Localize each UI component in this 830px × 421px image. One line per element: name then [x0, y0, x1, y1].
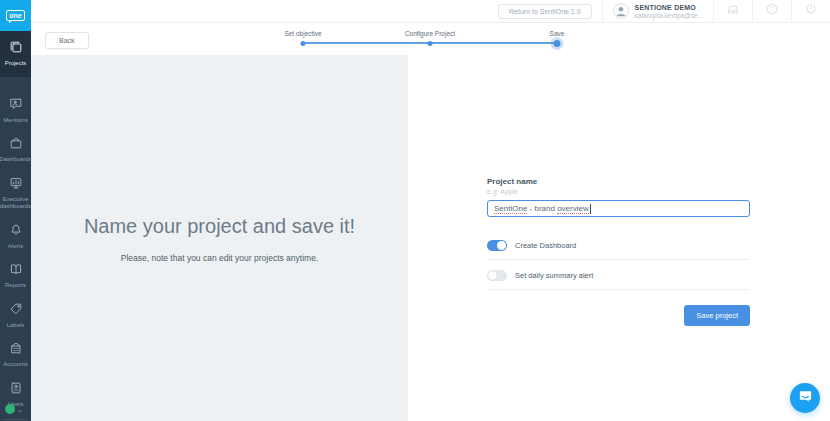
- inbox-icon: [726, 2, 740, 20]
- step-configure-project[interactable]: Configure Project: [405, 30, 455, 37]
- app-window: one Projects Mentions Dashboards Executi…: [0, 0, 830, 421]
- save-row: Save project: [487, 304, 750, 326]
- power-icon: [804, 2, 818, 20]
- topbar: Return to SentiOne 1.0 SENTIONE DEMO kat…: [31, 0, 830, 23]
- alerts-icon: [9, 223, 23, 241]
- sidebar-item-label: Mentions: [3, 117, 27, 125]
- step-dot[interactable]: [428, 41, 433, 46]
- text-cursor: [590, 204, 591, 214]
- back-button[interactable]: Back: [45, 32, 89, 49]
- step-set-objective[interactable]: Set objective: [284, 30, 321, 37]
- sidebar-item-label: Labels: [7, 322, 25, 330]
- sidebar-item-label: Accounts: [3, 361, 28, 369]
- users-icon: [9, 381, 23, 399]
- svg-text:?: ?: [770, 5, 774, 12]
- sidebar-item-label: Reports: [5, 282, 26, 290]
- toggle-knob: [497, 241, 506, 250]
- executive-dashboards-icon: [9, 176, 23, 194]
- instruction-panel: Name your project and save it! Please, n…: [31, 55, 408, 421]
- logo-bubble: one: [6, 10, 24, 21]
- inbox-button[interactable]: [714, 0, 752, 23]
- create-dashboard-toggle-row[interactable]: Create Dashboard: [487, 235, 750, 260]
- input-text-word: SentiOne: [494, 204, 527, 214]
- main-content: Name your project and save it! Please, n…: [31, 55, 830, 421]
- step-save[interactable]: Save: [550, 30, 565, 37]
- sidebar-item-reports[interactable]: Reports: [0, 257, 31, 295]
- project-name-input[interactable]: SentiOne - brand overview: [487, 200, 750, 217]
- toggle-list: Create Dashboard Set daily summary alert: [487, 235, 750, 290]
- sidebar-item-dashboards[interactable]: Dashboards: [0, 131, 31, 169]
- return-to-sentione-button[interactable]: Return to SentiOne 1.0: [498, 4, 592, 19]
- presence-status-menu[interactable]: ⌄: [5, 404, 23, 414]
- labels-icon: [9, 302, 23, 320]
- help-icon: ?: [765, 2, 779, 20]
- logout-button[interactable]: [792, 0, 830, 23]
- sidebar-item-projects[interactable]: Projects: [0, 31, 31, 77]
- user-name: SENTIONE DEMO: [635, 4, 703, 11]
- sidebar-item-label: Projects: [5, 60, 27, 68]
- input-text-word: overview: [557, 204, 589, 214]
- mentions-icon: [9, 97, 23, 115]
- step-dot-current[interactable]: [554, 40, 561, 47]
- save-project-button[interactable]: Save project: [684, 305, 750, 326]
- daily-summary-toggle[interactable]: [487, 270, 507, 281]
- project-form: Project name e.g. Apple SentiOne - brand…: [487, 177, 750, 326]
- page-subtitle: Please, note that you can edit your proj…: [31, 253, 408, 263]
- sidebar-item-labels[interactable]: Labels: [0, 297, 31, 335]
- page-title: Name your project and save it!: [31, 215, 408, 238]
- chat-widget-button[interactable]: [790, 383, 820, 413]
- help-button[interactable]: ?: [753, 0, 791, 23]
- sidebar-item-executive-dashboards[interactable]: Executive dashboards: [0, 171, 31, 216]
- toggle-knob: [488, 271, 497, 280]
- create-dashboard-toggle[interactable]: [487, 240, 507, 251]
- sidebar-item-mentions[interactable]: Mentions: [0, 92, 31, 130]
- user-email: katarzyna.kempa@se...: [635, 12, 703, 19]
- sidebar-item-alerts[interactable]: Alerts: [0, 218, 31, 256]
- daily-summary-toggle-row[interactable]: Set daily summary alert: [487, 265, 750, 290]
- dashboards-icon: [9, 136, 23, 154]
- toggle-label: Create Dashboard: [515, 241, 576, 250]
- sidebar-item-accounts[interactable]: Accounts: [0, 336, 31, 374]
- user-menu[interactable]: SENTIONE DEMO katarzyna.kempa@se...: [603, 3, 713, 19]
- sidebar-item-label: Dashboards: [0, 156, 32, 164]
- project-name-label: Project name: [487, 177, 750, 186]
- projects-icon: [9, 40, 23, 58]
- chat-bubble-icon: [798, 389, 813, 408]
- avatar: [613, 3, 629, 19]
- step-dot[interactable]: [301, 41, 306, 46]
- online-status-dot: [5, 404, 15, 414]
- input-text-middle: - brand: [527, 204, 557, 213]
- chevron-down-icon: ⌄: [17, 406, 23, 413]
- sidebar: one Projects Mentions Dashboards Executi…: [0, 0, 31, 421]
- form-panel: Project name e.g. Apple SentiOne - brand…: [408, 55, 830, 421]
- wizard-stepper: Set objective Configure Project Save: [303, 27, 557, 53]
- user-text: SENTIONE DEMO katarzyna.kempa@se...: [635, 4, 703, 19]
- sidebar-nav: Projects Mentions Dashboards Executive d…: [0, 31, 31, 421]
- sidebar-divider: [4, 419, 27, 420]
- toggle-label: Set daily summary alert: [515, 271, 593, 280]
- accounts-icon: [9, 341, 23, 359]
- wizard-header: Back Set objective Configure Project Sav…: [31, 24, 830, 55]
- sidebar-item-label: Alerts: [8, 243, 23, 251]
- reports-icon: [9, 262, 23, 280]
- sentione-logo[interactable]: one: [0, 0, 31, 31]
- sidebar-item-label: Executive dashboards: [0, 196, 31, 211]
- project-name-hint: e.g. Apple: [487, 188, 750, 195]
